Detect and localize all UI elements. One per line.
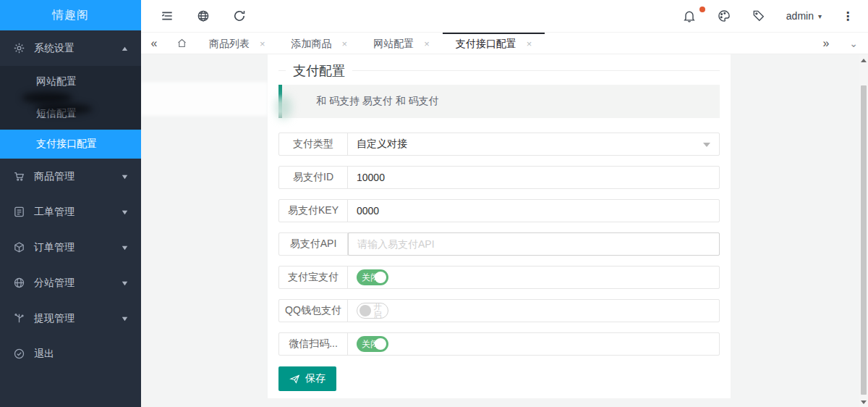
field-value: 10000 xyxy=(357,172,385,183)
tabs-scroll-left-button[interactable]: « xyxy=(141,33,167,54)
content-area: 支付配置 和 码支持 易支付 和 码支付 支付类型 自定义对接 易支付ID 10… xyxy=(141,54,868,407)
close-icon[interactable]: × xyxy=(342,38,348,49)
worksheet-icon xyxy=(13,206,25,218)
page-title: 支付配置 xyxy=(286,60,352,82)
field-label: QQ钱包支付 xyxy=(279,300,348,322)
check-circle-icon xyxy=(13,348,25,360)
close-icon[interactable]: × xyxy=(527,38,532,49)
tab-product-list[interactable]: 商品列表 × xyxy=(196,33,278,54)
globe-refresh-icon[interactable] xyxy=(196,9,210,23)
pay-type-select[interactable]: 自定义对接 xyxy=(348,133,719,155)
field-label: 支付类型 xyxy=(279,133,348,155)
tab-label: 添加商品 xyxy=(292,38,332,51)
form-row-pay-type: 支付类型 自定义对接 xyxy=(278,133,720,156)
switch-knob xyxy=(359,305,371,316)
sidebar-item-sms-config[interactable]: 短信配置 xyxy=(0,98,141,130)
sidebar-item-label: 系统设置 xyxy=(34,42,75,55)
tab-add-product[interactable]: 添加商品 × xyxy=(278,33,361,54)
scroll-up-arrow[interactable] xyxy=(861,59,867,62)
tabs-menu-button[interactable]: ⌄ xyxy=(839,33,868,54)
tab-payment-api-config[interactable]: 支付接口配置 × xyxy=(443,33,545,54)
scroll-down-arrow[interactable] xyxy=(861,400,867,404)
caret-down-icon: ▾ xyxy=(818,12,822,20)
chevron-down-icon: ▼ xyxy=(120,280,129,287)
censor-band xyxy=(141,82,268,116)
scrollbar-thumb[interactable] xyxy=(861,85,867,395)
tag-icon[interactable] xyxy=(752,9,766,23)
close-icon[interactable]: × xyxy=(424,38,430,49)
close-icon[interactable]: × xyxy=(260,38,265,49)
payment-config-panel: 支付配置 和 码支持 易支付 和 码支付 支付类型 自定义对接 易支付ID 10… xyxy=(268,54,731,398)
field-label: 易支付API xyxy=(279,233,348,255)
save-button[interactable]: 保存 xyxy=(278,366,336,391)
form-row-epay-api: 易支付API xyxy=(278,232,720,256)
sidebar-item-payment-api-config[interactable]: 支付接口配置 xyxy=(0,130,141,159)
selected-value: 自定义对接 xyxy=(357,138,407,151)
field-value: 0000 xyxy=(357,205,379,217)
sidebar-item-ticket-mgmt[interactable]: 工单管理 ▼ xyxy=(0,194,141,230)
tab-label: 商品列表 xyxy=(209,38,250,51)
chevron-down-icon: ▼ xyxy=(120,315,129,322)
switch-knob xyxy=(375,338,386,350)
sidebar-item-substation-mgmt[interactable]: 分站管理 ▼ xyxy=(0,265,141,301)
tab-home[interactable] xyxy=(167,33,196,54)
sidebar-item-site-config[interactable]: 网站配置 xyxy=(0,66,141,98)
form-row-qq-wallet: QQ钱包支付 开启 xyxy=(278,299,720,322)
sidebar-item-product-mgmt[interactable]: 商品管理 ▼ xyxy=(0,159,141,194)
chevron-down-icon: ▼ xyxy=(120,173,129,180)
chevron-down-icon: ▼ xyxy=(120,209,129,216)
tab-label: 支付接口配置 xyxy=(456,38,516,51)
bell-icon xyxy=(682,9,697,23)
select-caret-icon xyxy=(703,143,710,147)
tab-label: 网站配置 xyxy=(373,38,414,51)
notice-quote: 和 码支持 易支付 和 码支付 xyxy=(278,85,720,118)
field-label: 易支付ID xyxy=(279,167,348,188)
username: admin xyxy=(786,10,814,22)
qq-wallet-switch[interactable]: 开启 xyxy=(357,303,388,319)
epay-key-field[interactable]: 0000 xyxy=(348,200,719,222)
cart-icon xyxy=(13,170,25,182)
sub-item-label: 短信配置 xyxy=(36,107,77,120)
collapse-menu-icon[interactable] xyxy=(160,9,174,23)
censor-smudge xyxy=(276,95,292,119)
sub-item-label: 支付接口配置 xyxy=(36,138,97,151)
theme-palette-icon[interactable] xyxy=(717,9,731,23)
sidebar-item-system-settings[interactable]: 系统设置 ▲ xyxy=(0,30,141,66)
wechat-scan-switch[interactable]: 关闭 xyxy=(357,336,388,352)
sidebar-item-order-mgmt[interactable]: 订单管理 ▼ xyxy=(0,230,141,265)
sidebar: 情趣阁 系统设置 ▲ 网站配置 短信配置 支付接口配置 商品管理 ▼ 工单管理 xyxy=(0,0,141,407)
chevron-up-icon: ▲ xyxy=(120,45,129,52)
form-row-wechat-scan: 微信扫码... 关闭 xyxy=(278,332,720,356)
section-title-block: 支付配置 xyxy=(278,60,720,82)
sidebar-item-label: 工单管理 xyxy=(34,206,75,219)
epay-id-field[interactable]: 10000 xyxy=(348,167,719,188)
field-label: 微信扫码... xyxy=(279,333,348,355)
payment-config-form: 支付类型 自定义对接 易支付ID 10000 易支付KEY 0000 易 xyxy=(278,133,720,391)
sidebar-item-label: 分站管理 xyxy=(34,277,75,290)
topbar-left-actions xyxy=(141,9,247,23)
sidebar-item-logout[interactable]: 退出 xyxy=(0,336,141,372)
epay-api-input[interactable] xyxy=(348,232,720,256)
top-navbar: admin ▾ ⋮ xyxy=(141,0,868,33)
system-settings-submenu: 网站配置 短信配置 支付接口配置 xyxy=(0,66,141,159)
send-icon xyxy=(289,374,300,385)
notifications-button[interactable] xyxy=(682,9,697,23)
alipay-switch[interactable]: 关闭 xyxy=(357,269,388,285)
box-icon xyxy=(13,241,25,253)
more-menu-icon[interactable]: ⋮ xyxy=(842,9,854,23)
field-label: 支付宝支付 xyxy=(279,267,348,288)
tabbar-spacer xyxy=(545,33,813,54)
form-row-alipay: 支付宝支付 关闭 xyxy=(278,266,720,289)
sidebar-item-label: 退出 xyxy=(34,348,54,361)
refresh-icon[interactable] xyxy=(232,9,247,23)
field-label: 易支付KEY xyxy=(279,200,348,222)
tab-bar: « 商品列表 × 添加商品 × 网站配置 × 支付接口配置 × » ⌄ xyxy=(141,33,868,54)
gear-icon xyxy=(13,42,25,54)
user-menu[interactable]: admin ▾ xyxy=(786,10,822,22)
chevron-down-icon: ▼ xyxy=(120,244,129,251)
tab-site-config[interactable]: 网站配置 × xyxy=(360,33,443,54)
brand-title: 情趣阁 xyxy=(0,0,141,30)
tabs-scroll-right-button[interactable]: » xyxy=(813,33,839,54)
sidebar-item-withdraw-mgmt[interactable]: 提现管理 ▼ xyxy=(0,301,141,336)
vertical-scrollbar[interactable] xyxy=(859,54,868,407)
